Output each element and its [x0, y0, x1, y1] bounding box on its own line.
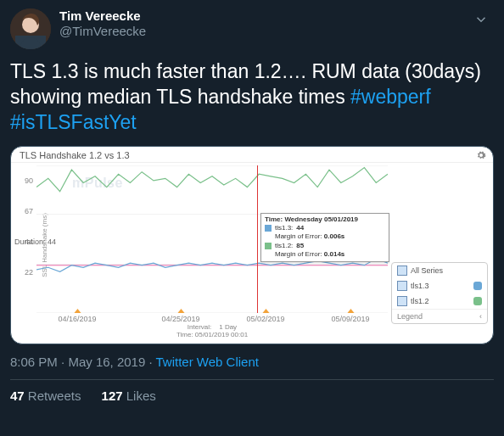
legend-tls12-label: tls1.2 [411, 297, 429, 305]
tweet-header: Tim Vereecke @TimVereecke [10, 8, 494, 49]
tooltip-s2-moe-value: 0.014s [324, 250, 344, 258]
legend-checkbox-all [397, 266, 407, 276]
likes-stat[interactable]: 127 Likes [102, 388, 156, 403]
time-cursor-line [257, 165, 258, 313]
y-tick: 67 [25, 207, 33, 215]
legend-swatch-tls13 [473, 282, 482, 290]
x-axis-caption: Interval: 1 Day Time: 05/01/2019 00:01 [36, 323, 388, 338]
divider [10, 379, 494, 380]
retweets-stat[interactable]: 47 Retweets [10, 388, 85, 403]
tooltip-swatch-tls12 [265, 243, 272, 249]
y-tick: 90 [25, 176, 33, 185]
tweet-text: TLS 1.3 is much faster than 1.2…. RUM da… [10, 59, 494, 136]
tooltip-s1-label: tls1.3: [275, 224, 293, 232]
tweet-stats: 47 Retweets 127 Likes [10, 388, 494, 403]
chart-tooltip: Time: Wednesday 05/01/2019 tls1.3: 44 Ma… [260, 213, 389, 262]
chart-title-bar: TLS Handshake 1.2 vs 1.3 [11, 147, 493, 163]
hashtag-link[interactable]: #isTLSFastYet [10, 111, 137, 133]
tweet-meta: 8:06 PM · May 16, 2019 · Twitter Web Cli… [10, 355, 494, 369]
legend-checkbox-tls12 [397, 296, 407, 306]
legend-checkbox-tls13 [397, 281, 407, 291]
legend-all-label: All Series [411, 266, 443, 275]
tooltip-s1-moe-label: Margin of Error: [275, 232, 322, 240]
legend-footer-label: Legend [397, 312, 423, 321]
tooltip-swatch-tls13 [265, 225, 272, 232]
x-tick: 05/02/2019 [246, 309, 284, 323]
y-tick: 22 [25, 268, 33, 277]
interval-value: 1 Day [219, 323, 237, 331]
user-block[interactable]: Tim Vereecke @TimVereecke [59, 8, 468, 39]
chevron-down-icon [473, 12, 489, 27]
x-tick: 05/09/2019 [331, 309, 369, 323]
display-name: Tim Vereecke [59, 8, 468, 24]
avatar[interactable] [10, 8, 51, 49]
tooltip-time: Time: Wednesday 05/01/2019 [265, 215, 358, 223]
retweets-label: Retweets [28, 388, 81, 403]
likes-label: Likes [126, 388, 156, 403]
embedded-chart-image[interactable]: TLS Handshake 1.2 vs 1.3 mPulse SSL Hand… [10, 146, 494, 344]
tooltip-s1-value: 44 [296, 224, 304, 232]
tweet-card: Tim Vereecke @TimVereecke TLS 1.3 is muc… [0, 0, 504, 415]
tweet-date: May 16, 2019 [68, 355, 145, 369]
x-tick: 04/16/2019 [58, 309, 96, 323]
x-tick: 04/25/2019 [161, 309, 199, 323]
likes-count: 127 [102, 388, 123, 403]
hashtag-link[interactable]: #webperf [350, 86, 431, 108]
tweet-time: 8:06 PM [10, 355, 58, 369]
retweets-count: 47 [10, 388, 25, 403]
legend-swatch-tls12 [473, 297, 482, 305]
chevron-left-icon: ‹ [479, 312, 482, 321]
legend-tls13-label: tls1.3 [411, 282, 429, 290]
user-handle: @TimVereecke [59, 24, 468, 39]
gear-icon [476, 150, 486, 160]
more-menu-button[interactable] [468, 8, 494, 31]
chart-legend: All Series tls1.3 tls1.2 Legend ‹ [391, 262, 488, 324]
time-caption: Time: 05/01/2019 00:01 [36, 331, 388, 338]
tooltip-s2-label: tls1.2: [275, 242, 293, 250]
tweet-source-link[interactable]: Twitter Web Client [156, 355, 259, 369]
interval-label: Interval: [188, 323, 211, 331]
tooltip-s1-moe-value: 0.006s [324, 232, 344, 240]
chart-title: TLS Handshake 1.2 vs 1.3 [20, 150, 130, 160]
tooltip-s2-moe-label: Margin of Error: [275, 250, 322, 258]
tooltip-s2-value: 85 [296, 242, 304, 250]
